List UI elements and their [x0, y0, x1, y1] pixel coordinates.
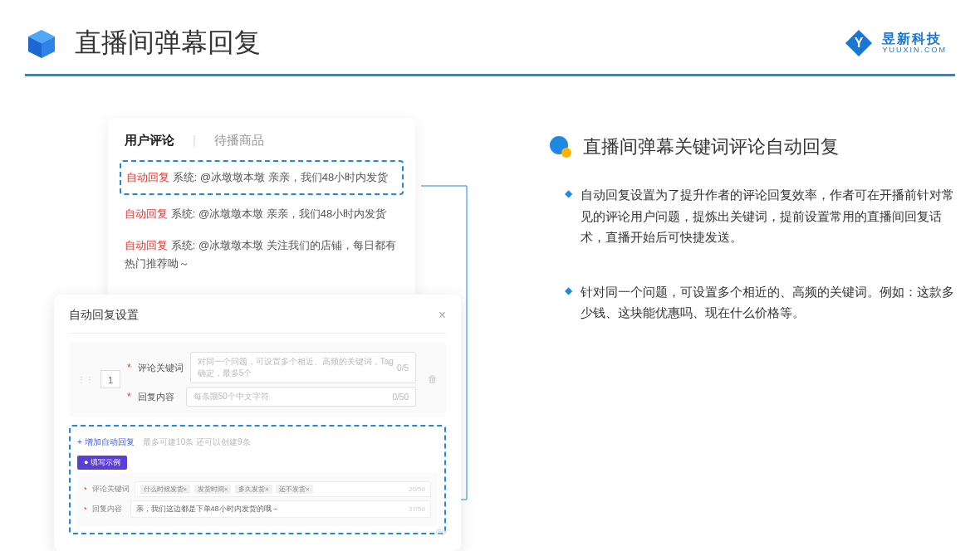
bullet-text: 针对同一个问题，可设置多个相近的、高频的关键词。例如：这款多少钱、这块能优惠吗、… [581, 281, 955, 324]
brand-name-cn: 昱新科技 [882, 32, 947, 46]
required-star: * [127, 362, 131, 373]
example-tags: 什么时候发货× 发货时间× 多久发货× 还不发货× [140, 485, 315, 494]
required-star: * [127, 391, 131, 402]
tag-chip[interactable]: 什么时候发货× [140, 485, 191, 494]
required-star: * [84, 505, 87, 514]
example-content-label: 回复内容 [92, 504, 125, 514]
comment-card: 用户评论 | 待播商品 自动回复 系统: @冰墩墩本墩 亲亲，我们48小时内发货… [108, 118, 415, 313]
diamond-bullet-icon: ◆ [565, 188, 572, 248]
tag-chip[interactable]: 还不发货× [276, 485, 313, 494]
section-title: 直播间弹幕关键词评论自动回复 [583, 134, 839, 159]
example-keyword-input[interactable]: 什么时候发货× 发货时间× 多久发货× 还不发货× 20/50 [135, 481, 431, 497]
content-input[interactable]: 每条限50个中文字符 0/50 [186, 387, 416, 407]
keyword-input[interactable]: 对同一个问题，可设置多个相近、高频的关键词，Tag确定，最多5个 0/5 [190, 352, 416, 383]
rule-index: 1 [100, 370, 120, 388]
bullet-item: ◆ 针对同一个问题，可设置多个相近的、高频的关键词。例如：这款多少钱、这块能优惠… [548, 281, 955, 324]
example-badge: ● 填写示例 [77, 456, 127, 470]
rule-form-block: ⋮⋮ 1 * 评论关键词 对同一个问题，可设置多个相近、高频的关键词，Tag确定… [69, 342, 446, 417]
drag-handle-icon[interactable]: ⋮⋮ [77, 375, 94, 384]
keyword-label: 评论关键词 [138, 362, 184, 374]
example-content-counter: 37/50 [409, 505, 425, 513]
example-content-input[interactable]: 亲，我们这边都是下单48小时内发货的哦～ 37/50 [130, 500, 431, 518]
tab-user-comments[interactable]: 用户评论 [125, 133, 174, 149]
page-title: 直播间弹幕回复 [75, 25, 261, 61]
comment-row: 自动回复 系统: @冰墩墩本墩 亲亲，我们48小时内发货 [125, 198, 399, 230]
header-left: 直播间弹幕回复 [25, 25, 261, 61]
auto-reply-settings-panel: 自动回复设置 × ⋮⋮ 1 * 评论关键词 对同一个问题，可设置多个相近、高频的… [54, 295, 461, 551]
svg-text:Y: Y [855, 36, 864, 50]
demo-column: 用户评论 | 待播商品 自动回复 系统: @冰墩墩本墩 亲亲，我们48小时内发货… [25, 118, 473, 551]
add-hint: 最多可建10条 还可以创建9条 [143, 437, 250, 446]
tab-pending-products[interactable]: 待播商品 [214, 133, 264, 149]
comment-text: @冰墩墩本墩 亲亲，我们48小时内发货 [198, 207, 386, 220]
chat-bubble-icon [548, 134, 573, 159]
brand-name-en: YUUXIN.COM [882, 46, 947, 55]
bullet-item: ◆ 自动回复设置为了提升作者的评论回复效率，作者可在开播前针对常见的评论用户问题… [548, 184, 955, 248]
auto-reply-badge: 自动回复 [125, 239, 168, 251]
example-highlight: + 增加自动回复 最多可建10条 还可以创建9条 ● 填写示例 * 评论关键词 … [69, 425, 446, 534]
keyword-placeholder: 对同一个问题，可设置多个相近、高频的关键词，Tag确定，最多5个 [198, 356, 397, 379]
bullet-text: 自动回复设置为了提升作者的评论回复效率，作者可在开播前针对常见的评论用户问题，提… [581, 184, 955, 248]
logo-diamond-icon: Y [844, 28, 874, 58]
keyword-counter: 0/5 [397, 363, 409, 373]
content-counter: 0/50 [393, 393, 409, 402]
example-body: * 评论关键词 什么时候发货× 发货时间× 多久发货× 还不发货× 20/50 [77, 473, 438, 526]
close-icon[interactable]: × [439, 308, 446, 323]
comment-text: @冰墩墩本墩 亲亲，我们48小时内发货 [200, 171, 388, 183]
required-star: * [84, 485, 87, 494]
comment-row-highlight: 自动回复 系统: @冰墩墩本墩 亲亲，我们48小时内发货 [120, 160, 404, 195]
description-column: 直播间弹幕关键词评论自动回复 ◆ 自动回复设置为了提升作者的评论回复效率，作者可… [548, 118, 955, 551]
tab-separator: | [193, 133, 196, 149]
example-keyword-label: 评论关键词 [92, 484, 130, 495]
content-label: 回复内容 [138, 391, 179, 403]
page-header: 直播间弹幕回复 Y 昱新科技 YUUXIN.COM [0, 0, 980, 74]
example-content-value: 亲，我们这边都是下单48小时内发货的哦～ [136, 504, 279, 514]
system-label: 系统: [171, 239, 196, 251]
tag-chip[interactable]: 多久发货× [235, 485, 272, 494]
auto-reply-badge: 自动回复 [125, 207, 168, 220]
trash-icon[interactable]: 🗑 [428, 373, 438, 385]
tag-chip[interactable]: 发货时间× [194, 485, 232, 494]
diamond-bullet-icon: ◆ [565, 285, 572, 324]
settings-header: 自动回复设置 × [69, 308, 446, 334]
system-label: 系统: [171, 207, 196, 220]
section-heading: 直播间弹幕关键词评论自动回复 [548, 134, 955, 159]
stray-counter: /50 [435, 528, 446, 536]
add-auto-reply-link[interactable]: + 增加自动回复 [77, 436, 135, 448]
auto-reply-badge: 自动回复 [126, 171, 169, 183]
system-label: 系统: [173, 171, 198, 183]
comment-tabs: 用户评论 | 待播商品 [125, 133, 399, 149]
svg-point-6 [561, 148, 571, 158]
example-keyword-counter: 20/50 [409, 485, 425, 493]
cube-icon [25, 27, 58, 60]
content-placeholder: 每条限50个中文字符 [194, 391, 269, 402]
comment-row: 自动回复 系统: @冰墩墩本墩 关注我们的店铺，每日都有热门推荐呦～ [125, 230, 399, 280]
settings-title: 自动回复设置 [69, 308, 139, 323]
brand-logo: Y 昱新科技 YUUXIN.COM [844, 28, 947, 58]
